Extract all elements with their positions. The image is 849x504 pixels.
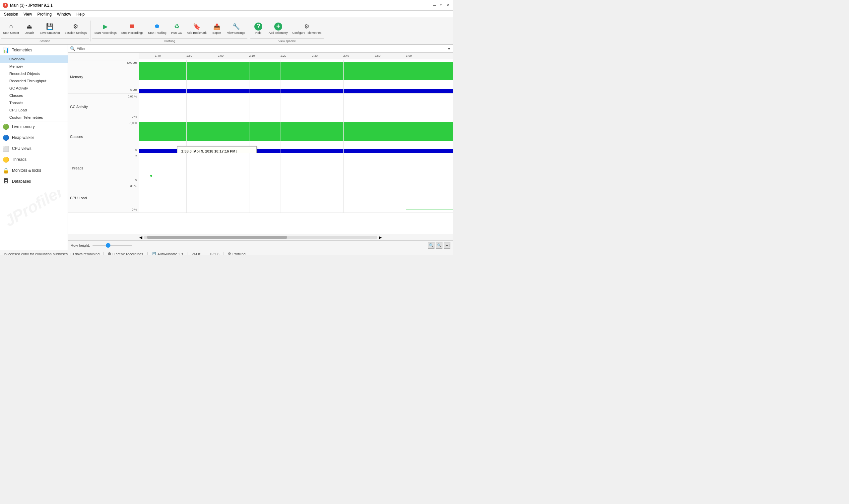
sidebar-item-databases[interactable]: 🗄 Databases: [0, 176, 68, 187]
row-height-thumb[interactable]: [106, 243, 110, 248]
close-button[interactable]: ✕: [445, 3, 450, 8]
tick-1-50: 1:50: [186, 54, 192, 57]
window-controls[interactable]: — □ ✕: [432, 3, 450, 8]
sidebar-item-overview[interactable]: Overview: [0, 55, 68, 63]
thr-vgrid-6: [312, 153, 312, 183]
help-label: Help: [255, 31, 262, 35]
tick-2-20: 2:20: [281, 54, 287, 57]
run-gc-button[interactable]: ♻ Run GC: [169, 19, 185, 38]
detach-button[interactable]: ⏏ Detach: [21, 19, 37, 38]
cpu-vgrid-4: [249, 183, 249, 213]
zoom-in-button[interactable]: 🔍: [428, 242, 434, 249]
start-center-button[interactable]: ⌂ Start Center: [1, 19, 21, 38]
threads-indicator: [150, 175, 152, 177]
thr-vgrid-5: [281, 153, 281, 183]
sidebar-item-telemetries[interactable]: 📊 Telemetries: [0, 45, 68, 55]
threads-scale-bottom: 0: [70, 178, 137, 181]
hscroll-left-arrow[interactable]: ◀: [139, 235, 142, 240]
classes-scale-top: 3,000: [70, 121, 137, 125]
time-label: 03:08: [210, 252, 219, 255]
status-divider-3: [187, 252, 187, 255]
sidebar-item-custom-telemetries[interactable]: Custom Telemetries: [0, 114, 68, 121]
help-button[interactable]: ? Help: [250, 19, 266, 38]
zoom-out-button[interactable]: 🔍: [436, 242, 442, 249]
tick-3-00: 3:00: [406, 54, 412, 57]
sidebar-custom-telemetries-label: Custom Telemetries: [9, 115, 43, 119]
sidebar-item-monitors[interactable]: 🔒 Monitors & locks: [0, 165, 68, 176]
add-telemetry-button[interactable]: + Add Telemetry: [266, 19, 290, 38]
filter-input[interactable]: [77, 47, 446, 51]
threads-row-title: Threads: [70, 166, 137, 170]
row-height-label: Row height:: [71, 244, 90, 247]
minimize-button[interactable]: —: [432, 3, 437, 8]
sidebar-item-threads-nav[interactable]: 🟡 Threads: [0, 154, 68, 165]
sidebar-item-recorded-objects[interactable]: Recorded Objects: [0, 70, 68, 77]
session-settings-label: Session Settings: [65, 31, 87, 35]
view-settings-label: View Settings: [227, 31, 245, 35]
row-height-slider[interactable]: [92, 245, 132, 246]
gc-vgrid-3: [218, 93, 218, 120]
start-recordings-icon: ▶: [102, 22, 109, 31]
filter-dropdown-arrow[interactable]: ▼: [447, 47, 451, 51]
sidebar-classes-label: Classes: [9, 93, 23, 97]
sidebar-heap-walker-label: Heap walker: [12, 135, 34, 140]
autoupdate-icon: 🔄: [151, 252, 156, 255]
menu-session[interactable]: Session: [1, 11, 21, 17]
sidebar-item-recorded-throughput[interactable]: Recorded Throughput: [0, 77, 68, 85]
hscroll-right-arrow-area[interactable]: ▶: [379, 235, 382, 240]
tick-2-40: 2:40: [343, 54, 349, 57]
live-memory-icon: 🟢: [3, 123, 9, 130]
menu-window[interactable]: Window: [54, 11, 74, 17]
hscroll-left-arrow-area[interactable]: ◀: [139, 235, 142, 240]
menu-help[interactable]: Help: [74, 11, 88, 17]
sidebar-item-cpu-load[interactable]: CPU Load: [0, 106, 68, 114]
status-divider-4: [206, 252, 206, 255]
sidebar-item-threads[interactable]: Threads: [0, 99, 68, 106]
menu-profiling[interactable]: Profiling: [35, 11, 54, 17]
sidebar-item-live-memory[interactable]: 🟢 Live memory: [0, 121, 68, 132]
gc-chart-content[interactable]: [139, 93, 453, 120]
view-settings-button[interactable]: 🔧 View Settings: [225, 19, 248, 38]
statusbar: unlicensed copy for evaluation purposes,…: [0, 250, 453, 255]
maximize-button[interactable]: □: [438, 3, 444, 8]
cpu-chart-content[interactable]: [139, 183, 453, 213]
add-bookmark-button[interactable]: 🔖 Add Bookmark: [185, 19, 209, 38]
memory-chart-content[interactable]: [139, 60, 453, 93]
vgrid-3: [218, 60, 218, 93]
thr-vgrid-7: [343, 153, 344, 183]
sidebar-recorded-objects-label: Recorded Objects: [9, 72, 40, 76]
save-snapshot-button[interactable]: 💾 Save Snapshot: [37, 19, 62, 38]
memory-scale-bottom: 0 MB: [70, 89, 137, 92]
sidebar-item-memory[interactable]: Memory: [0, 63, 68, 70]
hscroll-track[interactable]: [144, 236, 377, 239]
classes-chart-content[interactable]: 1:38.0 [Apr 9, 2018 10:17:16 PM] Runnabl…: [139, 120, 453, 153]
sidebar-item-cpu-views[interactable]: ⬜ CPU views: [0, 143, 68, 154]
watermark-area: JProfiler: [0, 190, 68, 230]
sidebar-item-classes[interactable]: Classes: [0, 92, 68, 99]
content-area: 🔍 ▼ 1:40 1:50 2:00 2:10 2:20 2:30 2:40 2…: [68, 45, 453, 250]
chart-area[interactable]: 1:40 1:50 2:00 2:10 2:20 2:30 2:40 2:50 …: [68, 53, 453, 234]
session-settings-button[interactable]: ⚙ Session Settings: [62, 19, 89, 38]
sidebar-item-gc-activity[interactable]: GC Activity: [0, 85, 68, 92]
main-layout: 📊 Telemetries Overview Memory Recorded O…: [0, 45, 453, 250]
thr-vgrid-1: [155, 153, 155, 183]
threads-chart-content[interactable]: [139, 153, 453, 183]
cls-vgrid-5: [281, 120, 281, 153]
sidebar-item-heap-walker[interactable]: 🔵 Heap walker: [0, 132, 68, 143]
mode-label: Profiling: [233, 252, 246, 255]
hscroll-right-arrow[interactable]: ▶: [379, 235, 382, 240]
configure-telemetries-button[interactable]: ⚙ Configure Telemetries: [290, 19, 324, 38]
vgrid-2: [186, 60, 187, 93]
export-button[interactable]: 📤 Export: [209, 19, 225, 38]
cpu-vgrid-2: [186, 183, 187, 213]
cpu-vgrid-7: [343, 183, 344, 213]
sidebar-live-memory-label: Live memory: [12, 124, 35, 129]
zoom-fit-button[interactable]: |↔|: [444, 242, 450, 249]
horizontal-scrollbar[interactable]: ◀ ▶: [68, 234, 453, 240]
sidebar-live-memory-section: 🟢 Live memory: [0, 121, 68, 132]
start-recordings-button[interactable]: ▶ Start Recordings: [92, 19, 119, 38]
stop-recordings-button[interactable]: ⏹ Stop Recordings: [119, 19, 146, 38]
start-tracking-button[interactable]: ⏺ Start Tracking: [146, 19, 169, 38]
hscroll-thumb[interactable]: [147, 236, 287, 239]
menu-view[interactable]: View: [21, 11, 35, 17]
